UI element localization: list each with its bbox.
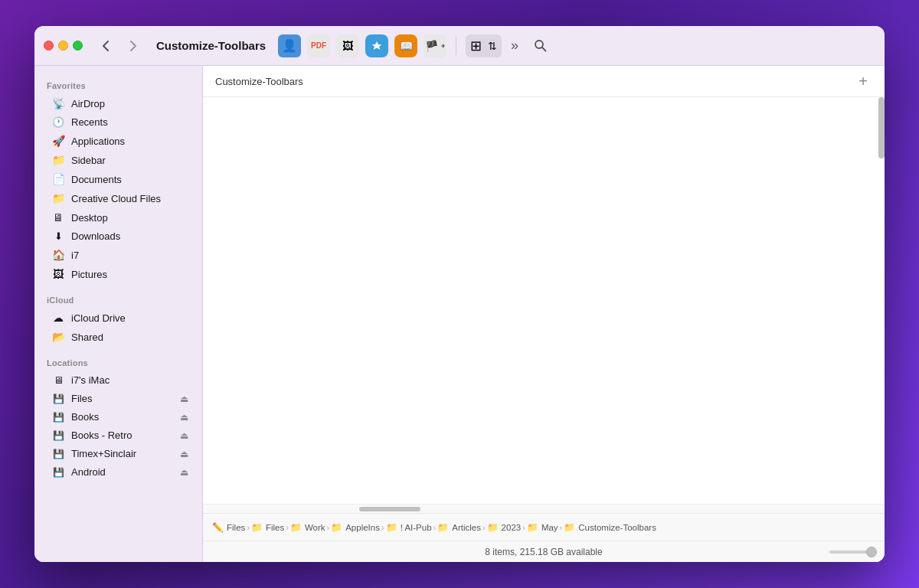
toolbar-appstore-icon[interactable] [365,34,388,57]
back-button[interactable] [95,35,116,57]
sidebar-item-label: AirDrop [71,98,188,109]
sidebar-item-label: Pictures [71,269,188,280]
breadcrumb-label: AppleIns [345,523,380,532]
minimize-button[interactable] [58,41,68,51]
sidebar-item-label: Desktop [71,212,188,224]
sidebar-item-label: Recents [71,116,188,128]
toolbar-contacts-icon[interactable]: 👤 [278,34,301,57]
i7-icon: 🏠 [51,249,65,261]
applications-icon: 🚀 [51,135,65,147]
sidebar-item-books-loc[interactable]: 💾 Books ⏏ [39,408,198,426]
sidebar-item-sidebar[interactable]: 📁 Sidebar [39,151,198,169]
sidebar-item-downloads[interactable]: ⬇ Downloads [39,227,198,245]
drive-books-retro-icon: 💾 [51,430,65,441]
size-slider[interactable] [829,550,875,554]
sidebar-item-timex[interactable]: 💾 Timex+Sinclair ⏏ [39,445,198,462]
toolbar-books-icon[interactable]: 📖 [394,34,417,57]
downloads-icon: ⬇ [51,230,65,242]
eject-android-icon[interactable]: ⏏ [180,467,188,478]
folder-icon: 📁 [564,522,575,533]
main-area: Favorites 📡 AirDrop 🕐 Recents 🚀 Applicat… [34,66,885,562]
folder-icon: 📁 [527,522,538,533]
breadcrumb-label: Files [227,523,245,532]
breadcrumb-label: Customize-Toolbars [578,523,656,532]
sidebar-item-pictures[interactable]: 🖼 Pictures [39,265,198,283]
grid-view-icon[interactable]: ⊞ [467,36,485,56]
sidebar-item-shared[interactable]: 📂 Shared [39,328,198,346]
eject-books-icon[interactable]: ⏏ [180,412,188,423]
eject-books-retro-icon[interactable]: ⏏ [180,430,188,441]
breadcrumb-item-articles[interactable]: 📁 Articles [437,522,481,533]
vertical-scrollbar[interactable] [878,97,885,481]
toolbar-flag-icon[interactable]: 🏴 [424,34,446,57]
breadcrumb-item-files-root[interactable]: ✏️ Files [212,522,245,533]
breadcrumb-item-files[interactable]: 📁 Files [251,522,284,533]
horizontal-scrollbar-track[interactable] [206,507,881,511]
breadcrumb-separator: › [286,523,289,532]
forward-button[interactable] [123,35,144,57]
add-button[interactable]: + [854,72,872,90]
sidebar-item-icloud-drive[interactable]: ☁ iCloud Drive [39,309,198,327]
sidebar-item-label: Documents [71,174,188,185]
scrollbar-thumb[interactable] [878,97,885,158]
sidebar-item-files-loc[interactable]: 💾 Files ⏏ [39,390,198,407]
search-button[interactable] [528,34,552,58]
sidebar-item-label: Applications [71,136,188,147]
sidebar-item-airdrop[interactable]: 📡 AirDrop [39,94,198,113]
sidebar-item-label: i7 [71,250,188,261]
breadcrumb-item-work[interactable]: 📁 Work [290,522,325,533]
breadcrumb-item-customize[interactable]: 📁 Customize-Toolbars [564,522,656,533]
more-toolbar-button[interactable]: » [508,38,522,54]
icloud-section-label: iCloud [34,289,202,308]
eject-timex-icon[interactable]: ⏏ [180,449,188,459]
breadcrumb-separator: › [247,523,250,532]
sidebar-item-android[interactable]: 💾 Android ⏏ [39,463,198,481]
sidebar-item-books-retro[interactable]: 💾 Books - Retro ⏏ [39,426,198,444]
sidebar-item-documents[interactable]: 📄 Documents [39,170,198,188]
maximize-button[interactable] [73,41,83,51]
slider-track[interactable] [829,550,875,554]
toolbar-preview-icon[interactable]: 🖼 [336,34,359,57]
sidebar-item-i7[interactable]: 🏠 i7 [39,246,198,264]
eject-files-icon[interactable]: ⏏ [180,394,188,404]
breadcrumb-separator: › [327,523,330,532]
status-bar: 8 items, 215.18 GB available [203,541,885,562]
folder-icon: 📁 [331,522,342,533]
sidebar-item-label: Shared [71,332,188,343]
slider-thumb[interactable] [866,547,877,557]
view-toggle[interactable]: ⊞ ⇅ [466,34,502,57]
documents-icon: 📄 [51,173,65,185]
breadcrumb-bar: ✏️ Files › 📁 Files › 📁 Work › 📁 AppleIns [203,513,885,541]
toolbar-pdf-icon[interactable]: PDF [307,34,330,57]
sidebar-item-imac[interactable]: 🖥 i7's iMac [39,371,198,389]
sidebar-item-recents[interactable]: 🕐 Recents [39,113,198,131]
sidebar-item-label: i7's iMac [71,374,188,386]
file-browser[interactable] [203,97,885,504]
window-title: Customize-Toolbars [156,39,266,52]
sidebar-item-applications[interactable]: 🚀 Applications [39,132,198,150]
desktop-icon: 🖥 [51,211,65,224]
breadcrumb-item-appleins[interactable]: 📁 AppleIns [331,522,380,533]
breadcrumb-item-2023[interactable]: 📁 2023 [487,522,522,533]
horizontal-scrollbar-thumb[interactable] [359,507,420,511]
sidebar-item-label: Downloads [71,230,188,242]
breadcrumb-item-may[interactable]: 📁 May [527,522,558,533]
content-area: Customize-Toolbars + ✏️ Files [203,66,885,562]
sidebar-item-desktop[interactable]: 🖥 Desktop [39,208,198,227]
sidebar-item-label: Books - Retro [71,430,174,441]
close-button[interactable] [44,41,54,51]
svg-line-1 [542,47,546,51]
toolbar-separator-1 [456,37,456,55]
breadcrumb-separator: › [381,523,384,532]
breadcrumb-label: 2023 [502,523,522,532]
sidebar: Favorites 📡 AirDrop 🕐 Recents 🚀 Applicat… [34,66,203,562]
sidebar-folder-icon: 📁 [51,154,65,166]
creative-cloud-icon: 📁 [51,192,65,204]
status-text: 8 items, 215.18 GB available [485,547,602,557]
folder-icon: 📁 [386,522,397,533]
sort-icon[interactable]: ⇅ [485,38,500,54]
sidebar-item-label: Timex+Sinclair [71,448,174,459]
content-header: Customize-Toolbars + [203,66,885,97]
sidebar-item-creative-cloud[interactable]: 📁 Creative Cloud Files [39,189,198,207]
breadcrumb-item-ai-pub[interactable]: 📁 ! AI-Pub [386,522,432,533]
